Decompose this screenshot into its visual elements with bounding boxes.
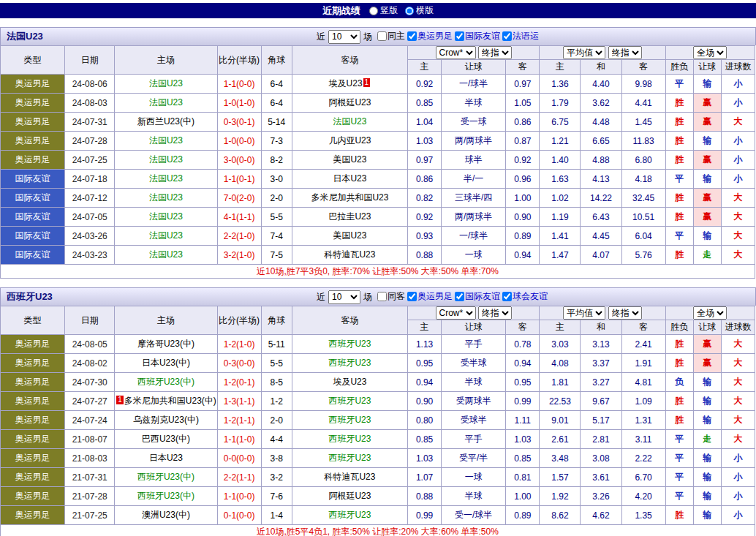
team-name[interactable]: 西班牙U23(中) bbox=[137, 377, 194, 387]
match-count-select[interactable]: 10 bbox=[328, 30, 360, 44]
team-name[interactable]: 巴拉圭U23 bbox=[328, 211, 371, 222]
average-time-select[interactable]: 终指 bbox=[608, 306, 642, 320]
bookmaker-select[interactable]: Crow* bbox=[436, 306, 476, 320]
odds-value: 0.82 bbox=[408, 189, 442, 208]
odds-value: 3.37 bbox=[581, 354, 621, 373]
team-name[interactable]: 法国U23 bbox=[149, 154, 183, 165]
team-name[interactable]: 多米尼加共和国U23(中) bbox=[124, 396, 216, 406]
odds-time-select[interactable]: 终指 bbox=[478, 46, 512, 59]
team-name[interactable]: 日本U23(中) bbox=[142, 358, 190, 368]
team-name[interactable]: 美国U23 bbox=[333, 154, 366, 165]
team-name[interactable]: 埃及U23 bbox=[333, 377, 366, 387]
average-select[interactable]: 平均值 bbox=[563, 46, 605, 59]
result-handicap: 赢 bbox=[693, 151, 721, 170]
team-name[interactable]: 日本U23 bbox=[333, 173, 366, 184]
horizontal-radio[interactable] bbox=[405, 7, 414, 15]
result-handicap: 输 bbox=[693, 170, 721, 189]
team-name[interactable]: 西班牙U23 bbox=[328, 339, 371, 349]
team-name[interactable]: 西班牙U23 bbox=[328, 358, 371, 368]
team-name[interactable]: 几内亚U23 bbox=[328, 135, 371, 146]
checkbox-input[interactable] bbox=[455, 292, 464, 301]
team-name[interactable]: 法国U23 bbox=[149, 97, 183, 107]
match-score: 1-1(1-0) bbox=[217, 430, 261, 449]
checkbox-input[interactable] bbox=[377, 31, 387, 41]
team-name[interactable]: 法国U23 bbox=[149, 249, 183, 260]
team-name[interactable]: 日本U23 bbox=[149, 453, 183, 463]
away-team-cell: 埃及U23 bbox=[292, 373, 407, 392]
match-row: 奥运男足21-07-28西班牙U23(中)1-1(0-0)7-6阿根廷U230.… bbox=[1, 487, 755, 506]
layout-option-vertical[interactable]: 竖版 bbox=[369, 4, 398, 17]
team-name[interactable]: 西班牙U23 bbox=[328, 415, 371, 425]
team-name[interactable]: 摩洛哥U23(中) bbox=[137, 339, 194, 349]
col-goals: 进球数 bbox=[721, 60, 755, 75]
team-name[interactable]: 美国U23 bbox=[333, 230, 366, 241]
handicap-line: 平手 bbox=[442, 335, 506, 354]
checkbox-input[interactable] bbox=[502, 31, 512, 41]
filter-checkbox[interactable]: 球会友谊 bbox=[502, 290, 548, 303]
odds-value: 1.63 bbox=[540, 170, 581, 189]
team-name[interactable]: 澳洲U23(中) bbox=[142, 510, 190, 520]
vertical-radio[interactable] bbox=[369, 7, 378, 15]
bookmaker-select[interactable]: Crow* bbox=[436, 46, 476, 59]
team-name[interactable]: 阿根廷U23 bbox=[328, 491, 371, 501]
match-row: 奥运男足24-07-25法国U233-0(0-0)8-2美国U230.97球半0… bbox=[1, 151, 755, 170]
col-away: 客场 bbox=[292, 306, 407, 335]
odds-value: 1.57 bbox=[540, 468, 581, 487]
team-name[interactable]: 阿根廷U23 bbox=[328, 97, 371, 107]
team-name[interactable]: 西班牙U23(中) bbox=[137, 491, 194, 501]
scope-select[interactable]: 全场 bbox=[693, 306, 727, 320]
team-name[interactable]: 乌兹别克U23(中) bbox=[133, 415, 199, 425]
team-name[interactable]: 西班牙U23 bbox=[328, 510, 371, 520]
checkbox-input[interactable] bbox=[407, 31, 417, 41]
filter-checkbox[interactable]: 奥运男足 bbox=[407, 290, 453, 303]
filter-checkbox[interactable]: 国际友谊 bbox=[455, 30, 500, 42]
team-name[interactable]: 巴西U23(中) bbox=[142, 434, 190, 444]
odds-time-select[interactable]: 终指 bbox=[478, 306, 512, 320]
match-date: 24-08-06 bbox=[65, 75, 115, 94]
odds-value: 0.92 bbox=[506, 151, 540, 170]
filter-checkbox[interactable]: 奥运男足 bbox=[407, 30, 453, 42]
filter-checkbox[interactable]: 国际友谊 bbox=[455, 290, 500, 303]
home-team-cell: 西班牙U23(中) bbox=[115, 487, 217, 506]
average-time-select[interactable]: 终指 bbox=[608, 46, 642, 59]
match-score: 7-0(2-0) bbox=[217, 189, 261, 208]
team-name[interactable]: 法国U23 bbox=[149, 135, 183, 146]
team-name[interactable]: 埃及U23 bbox=[329, 78, 363, 88]
average-select[interactable]: 平均值 bbox=[563, 306, 605, 320]
checkbox-input[interactable] bbox=[455, 31, 464, 41]
team-name[interactable]: 法国U23 bbox=[149, 173, 183, 184]
result-outcome: 胜 bbox=[665, 151, 693, 170]
team-name[interactable]: 法国U23 bbox=[333, 116, 366, 127]
away-team-cell: 多米尼加共和国U23 bbox=[292, 189, 407, 208]
odds-value: 1.00 bbox=[506, 487, 540, 506]
scope-select[interactable]: 全场 bbox=[693, 46, 727, 59]
layout-option-horizontal[interactable]: 横版 bbox=[405, 4, 434, 17]
team-name[interactable]: 科特迪瓦U23 bbox=[324, 249, 375, 260]
checkbox-input[interactable] bbox=[407, 292, 417, 301]
odds-value: 3.08 bbox=[581, 449, 621, 468]
match-date: 24-03-23 bbox=[65, 246, 115, 265]
filter-checkbox[interactable]: 同客 bbox=[377, 290, 405, 303]
match-score: 1-0(0-0) bbox=[217, 132, 261, 151]
team-name[interactable]: 法国U23 bbox=[149, 211, 183, 222]
team-name[interactable]: 法国U23 bbox=[149, 230, 183, 241]
match-type-cell: 奥运男足 bbox=[1, 354, 65, 373]
team-name[interactable]: 多米尼加共和国U23 bbox=[311, 192, 388, 203]
filter-checkbox[interactable]: 同主 bbox=[377, 30, 405, 42]
filter-checkbox[interactable]: 法语运 bbox=[502, 30, 539, 42]
result-goals: 小 bbox=[721, 468, 755, 487]
team-name[interactable]: 法国U23 bbox=[149, 78, 183, 88]
team-name[interactable]: 新西兰U23(中) bbox=[137, 116, 194, 127]
col-corner: 角球 bbox=[261, 306, 292, 335]
team-name[interactable]: 西班牙U23 bbox=[328, 434, 371, 444]
team-name[interactable]: 科特迪瓦U23 bbox=[324, 472, 375, 482]
page-title: 近期战绩 bbox=[322, 4, 360, 18]
team-name[interactable]: 法国U23 bbox=[149, 192, 183, 203]
checkbox-input[interactable] bbox=[377, 292, 387, 301]
team-name[interactable]: 西班牙U23(中) bbox=[137, 472, 194, 482]
team-name[interactable]: 西班牙U23 bbox=[328, 453, 371, 463]
match-count-select[interactable]: 10 bbox=[328, 290, 360, 304]
odds-value: 6.75 bbox=[540, 113, 581, 132]
checkbox-input[interactable] bbox=[502, 292, 512, 301]
team-name[interactable]: 西班牙U23 bbox=[328, 396, 371, 406]
